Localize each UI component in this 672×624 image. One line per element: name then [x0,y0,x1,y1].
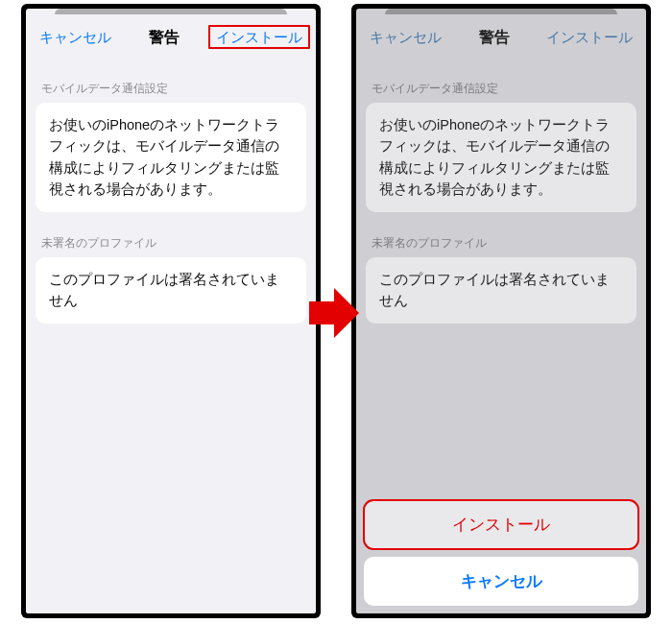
section-label-unsigned: 未署名のプロファイル [356,212,646,257]
cancel-button[interactable]: キャンセル [370,29,442,47]
page-title: 警告 [149,28,180,48]
section-label-mobile-data: モバイルデータ通信設定 [356,58,646,103]
highlight-install: インストール [208,25,310,49]
sheet-stack-hint [356,9,646,16]
unsigned-profile-card: このプロファイルは署名されていません [366,257,636,324]
svg-marker-0 [309,288,359,338]
unsigned-profile-card: このプロファイルは署名されていません [36,257,306,324]
mobile-data-warning-card: お使いのiPhoneのネットワークトラフィックは、モバイルデータ通信の構成により… [366,103,636,212]
warning-sheet: キャンセル 警告 インストール モバイルデータ通信設定 お使いのiPhoneのネ… [26,16,316,613]
section-label-unsigned: 未署名のプロファイル [26,212,316,257]
mobile-data-warning-card: お使いのiPhoneのネットワークトラフィックは、モバイルデータ通信の構成により… [36,103,306,212]
install-button[interactable]: インストール [546,29,633,47]
phone-left: キャンセル 警告 インストール モバイルデータ通信設定 お使いのiPhoneのネ… [21,4,321,618]
section-label-mobile-data: モバイルデータ通信設定 [26,58,316,103]
screen-right: キャンセル 警告 インストール モバイルデータ通信設定 お使いのiPhoneのネ… [356,9,646,613]
navbar: キャンセル 警告 インストール [26,16,316,58]
phone-right: キャンセル 警告 インストール モバイルデータ通信設定 お使いのiPhoneのネ… [351,4,651,618]
actionsheet-cancel-button[interactable]: キャンセル [364,557,638,606]
sheet-stack-hint [26,9,316,16]
navbar: キャンセル 警告 インストール [356,16,646,58]
install-button[interactable]: インストール [216,29,302,47]
action-sheet: インストール キャンセル [356,492,646,613]
page-title: 警告 [479,28,510,48]
cancel-button[interactable]: キャンセル [39,29,111,47]
warning-sheet-dimmed: キャンセル 警告 インストール モバイルデータ通信設定 お使いのiPhoneのネ… [356,16,646,613]
screen-left: キャンセル 警告 インストール モバイルデータ通信設定 お使いのiPhoneのネ… [26,9,316,613]
arrow-icon [309,284,359,342]
actionsheet-install-button[interactable]: インストール [364,500,638,549]
